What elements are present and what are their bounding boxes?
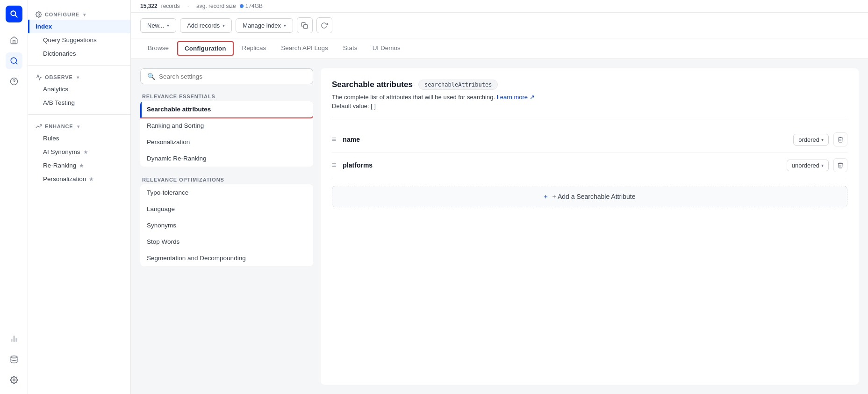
sidebar-item-analytics[interactable]: Analytics <box>28 82 130 96</box>
nav-home[interactable] <box>6 32 22 49</box>
icon-bar <box>0 0 28 394</box>
order-select-name[interactable]: ordered ▾ <box>793 134 829 146</box>
copy-button[interactable] <box>297 17 313 33</box>
svg-point-11 <box>38 14 40 15</box>
search-settings-input[interactable] <box>159 73 306 80</box>
attribute-name-platforms: platforms <box>343 161 786 169</box>
right-panel-default: Default value: [ ] <box>332 102 847 109</box>
svg-point-10 <box>13 379 15 381</box>
observe-label: OBSERVE <box>45 74 73 80</box>
settings-item-stop-words[interactable]: Stop Words <box>140 233 313 250</box>
main-content: 15,322 records · avg. record size 174GB … <box>131 0 868 394</box>
sidebar-item-ab-testing[interactable]: A/B Testing <box>28 96 130 109</box>
drag-handle-name[interactable]: ≡ <box>332 135 336 144</box>
add-attribute-button[interactable]: + + Add a Searchable Attribute <box>332 186 847 207</box>
nav-settings[interactable] <box>6 372 22 388</box>
tab-ui-demos[interactable]: UI Demos <box>365 39 408 58</box>
new-button[interactable]: New... ▾ <box>140 18 176 33</box>
settings-item-personalization[interactable]: Personalization <box>140 134 313 150</box>
enhance-label: ENHANCE <box>45 124 73 129</box>
records-label: records <box>161 3 180 9</box>
sidebar-item-re-ranking[interactable]: Re-Ranking ★ <box>28 159 130 172</box>
enhance-section[interactable]: ENHANCE ▾ <box>28 119 130 131</box>
star-icon-ai: ★ <box>83 149 88 155</box>
index-label: Index <box>36 23 52 30</box>
order-chevron-platforms: ▾ <box>821 163 824 168</box>
divider-dot: · <box>187 3 189 9</box>
svg-line-3 <box>15 62 17 64</box>
star-icon-reranking: ★ <box>79 162 84 169</box>
sidebar-divider-1 <box>28 65 130 66</box>
add-icon: + <box>544 193 548 200</box>
records-bar: 15,322 records · avg. record size 174GB <box>131 0 868 13</box>
icon-bar-bottom <box>6 330 22 388</box>
rules-label: Rules <box>43 135 59 142</box>
avg-size-label: avg. record size <box>196 3 236 9</box>
settings-list-essentials: Searchable attributes Ranking and Sortin… <box>140 101 313 167</box>
sidebar-item-ai-synonyms[interactable]: AI Synonyms ★ <box>28 145 130 159</box>
sidebar-item-rules[interactable]: Rules <box>28 131 130 145</box>
sidebar-item-dictionaries[interactable]: Dictionaries <box>28 47 130 60</box>
order-select-platforms[interactable]: unordered ▾ <box>787 160 829 171</box>
sidebar-item-personalization[interactable]: Personalization ★ <box>28 172 130 186</box>
order-value-platforms: unordered <box>792 162 819 169</box>
settings-item-synonyms[interactable]: Synonyms <box>140 217 313 233</box>
star-icon-personalization: ★ <box>89 176 94 182</box>
right-panel: Searchable attributes searchableAttribut… <box>321 68 859 385</box>
nav-search[interactable] <box>6 52 22 69</box>
svg-line-1 <box>15 15 17 17</box>
settings-item-searchable-attributes[interactable]: Searchable attributes <box>140 101 313 117</box>
attribute-badge: searchableAttributes <box>418 80 498 90</box>
tab-search-api-logs[interactable]: Search API Logs <box>273 39 336 58</box>
sidebar-divider-2 <box>28 114 130 115</box>
add-records-button[interactable]: Add records ▾ <box>180 18 232 33</box>
right-panel-desc: The complete list of attributes that wil… <box>332 94 847 101</box>
settings-item-dynamic-reranking[interactable]: Dynamic Re-Ranking <box>140 150 313 167</box>
add-attribute-label: + Add a Searchable Attribute <box>552 193 636 200</box>
configure-section[interactable]: CONFIGURE ▾ <box>28 7 130 20</box>
settings-panel: 🔍 RELEVANCE ESSENTIALS Searchable attrib… <box>140 68 313 385</box>
sidebar: CONFIGURE ▾ Index Query Suggestions Dict… <box>28 0 131 394</box>
attribute-name-name: name <box>343 136 793 143</box>
sidebar-item-index[interactable]: Index <box>28 20 130 33</box>
delete-btn-platforms[interactable] <box>833 158 847 172</box>
order-value-name: ordered <box>798 136 819 143</box>
attribute-row-platforms: ≡ platforms unordered ▾ <box>332 153 847 178</box>
search-settings-container: 🔍 <box>140 68 313 84</box>
records-size: 174GB <box>240 3 263 9</box>
refresh-button[interactable] <box>316 17 332 33</box>
right-panel-title: Searchable attributes <box>332 80 413 89</box>
observe-section[interactable]: OBSERVE ▾ <box>28 70 130 82</box>
ai-synonyms-label: AI Synonyms <box>43 148 80 155</box>
tab-browse[interactable]: Browse <box>140 39 176 58</box>
tab-configuration[interactable]: Configuration <box>177 41 233 56</box>
delete-btn-name[interactable] <box>833 132 847 146</box>
sidebar-item-query-suggestions[interactable]: Query Suggestions <box>28 33 130 47</box>
nav-analytics[interactable] <box>6 330 22 347</box>
svg-point-9 <box>11 356 17 358</box>
learn-more-link[interactable]: Learn more ↗ <box>497 94 535 101</box>
drag-handle-platforms[interactable]: ≡ <box>332 161 336 169</box>
query-suggestions-label: Query Suggestions <box>43 36 97 44</box>
settings-item-typo-tolerance[interactable]: Typo-tolerance <box>140 184 313 201</box>
nav-database[interactable] <box>6 351 22 368</box>
settings-item-language[interactable]: Language <box>140 201 313 217</box>
attribute-row-name: ≡ name ordered ▾ <box>332 127 847 153</box>
settings-item-ranking-sorting[interactable]: Ranking and Sorting <box>140 117 313 134</box>
manage-index-button[interactable]: Manage index ▾ <box>236 18 293 33</box>
app-logo[interactable] <box>6 6 22 22</box>
ab-testing-label: A/B Testing <box>43 99 75 106</box>
tab-replicas[interactable]: Replicas <box>235 39 274 58</box>
settings-item-segmentation[interactable]: Segmentation and Decompounding <box>140 250 313 266</box>
size-dot <box>240 4 244 8</box>
nav-help[interactable] <box>6 73 22 90</box>
tab-stats[interactable]: Stats <box>336 39 365 58</box>
order-chevron-name: ▾ <box>821 137 824 142</box>
svg-rect-12 <box>304 24 308 28</box>
right-panel-header: Searchable attributes searchableAttribut… <box>332 80 847 90</box>
size-value: 174GB <box>245 3 263 9</box>
records-count: 15,322 <box>140 3 158 9</box>
relevance-optimizations-label: RELEVANCE OPTIMIZATIONS <box>140 173 313 184</box>
configure-label: CONFIGURE <box>45 12 79 17</box>
search-icon: 🔍 <box>147 73 155 80</box>
